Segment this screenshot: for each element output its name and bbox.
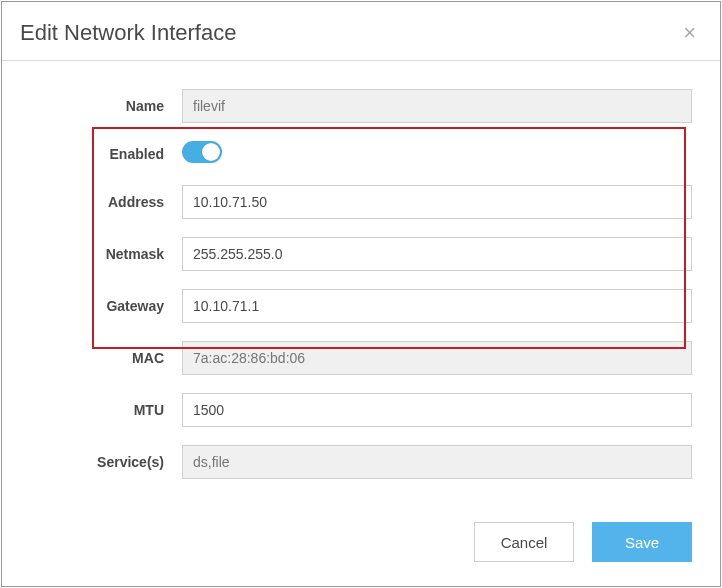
gateway-input[interactable] <box>182 289 692 323</box>
row-enabled: Enabled <box>2 141 692 167</box>
row-netmask: Netmask <box>2 237 692 271</box>
label-mtu: MTU <box>2 402 182 418</box>
edit-network-interface-dialog: Edit Network Interface × Name Enabled Ad… <box>1 1 721 587</box>
close-icon[interactable]: × <box>679 20 700 46</box>
enabled-toggle[interactable] <box>182 141 222 163</box>
dialog-header: Edit Network Interface × <box>2 2 720 61</box>
label-netmask: Netmask <box>2 246 182 262</box>
dialog-body: Name Enabled Address Netmask <box>2 61 720 504</box>
dialog-title: Edit Network Interface <box>20 20 236 46</box>
label-mac: MAC <box>2 350 182 366</box>
row-services: Service(s) <box>2 445 692 479</box>
address-input[interactable] <box>182 185 692 219</box>
label-name: Name <box>2 98 182 114</box>
dialog-footer: Cancel Save <box>2 504 720 586</box>
row-address: Address <box>2 185 692 219</box>
cancel-button[interactable]: Cancel <box>474 522 574 562</box>
toggle-knob <box>202 143 220 161</box>
mac-input <box>182 341 692 375</box>
name-input <box>182 89 692 123</box>
label-enabled: Enabled <box>2 146 182 162</box>
mtu-input[interactable] <box>182 393 692 427</box>
label-address: Address <box>2 194 182 210</box>
netmask-input[interactable] <box>182 237 692 271</box>
row-name: Name <box>2 89 692 123</box>
row-gateway: Gateway <box>2 289 692 323</box>
row-mac: MAC <box>2 341 692 375</box>
services-input <box>182 445 692 479</box>
label-services: Service(s) <box>2 454 182 470</box>
label-gateway: Gateway <box>2 298 182 314</box>
save-button[interactable]: Save <box>592 522 692 562</box>
row-mtu: MTU <box>2 393 692 427</box>
